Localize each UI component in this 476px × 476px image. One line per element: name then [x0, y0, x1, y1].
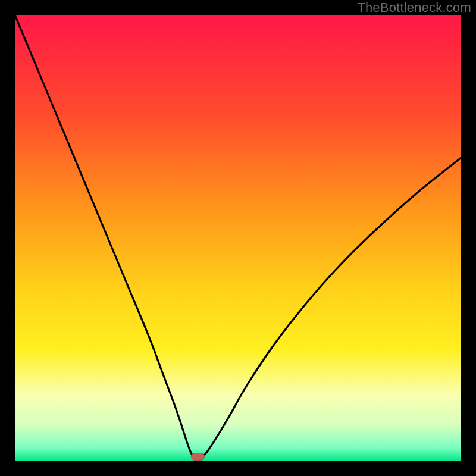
chart-frame: TheBottleneck.com: [0, 0, 476, 476]
watermark-text: TheBottleneck.com: [357, 0, 471, 15]
chart-background: [15, 15, 461, 461]
chart-plot: [15, 15, 461, 461]
minimum-marker: [192, 453, 205, 461]
